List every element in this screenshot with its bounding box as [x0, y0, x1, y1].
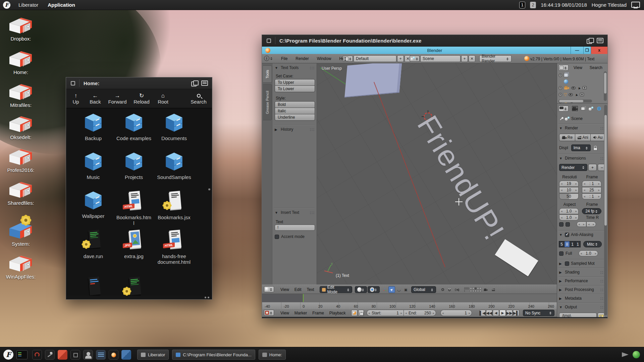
panel-collapse-arrow[interactable]: ▼ [275, 66, 279, 70]
scene-selector[interactable]: Scene [420, 55, 461, 62]
window-depth-icon[interactable] [587, 38, 593, 43]
viewport-3d[interactable]: User Persp FriendUP! y (1) Text [317, 63, 557, 285]
dock-icon-blender[interactable] [109, 350, 118, 360]
workspace-1-button[interactable]: 1 [519, 2, 525, 8]
outliner-view-menu[interactable]: View [572, 64, 584, 71]
editor-type-timeline-icon[interactable] [264, 310, 274, 316]
tab-render-layers[interactable] [579, 105, 587, 112]
search-button[interactable]: Search [188, 93, 209, 105]
scrollbar-dot[interactable] [208, 188, 210, 190]
outliner-horizontal-scrollbar[interactable] [558, 100, 592, 103]
output-path-field[interactable]: /tmp\ [559, 313, 597, 317]
desktop-icon-profes2016[interactable]: Profes2016: [3, 148, 39, 173]
frame-start-field[interactable]: Start:1 [367, 310, 404, 316]
delete-scene-button[interactable]: ✕ [469, 55, 475, 62]
add-scene-button[interactable]: + [461, 55, 468, 62]
view-menu[interactable]: View [279, 286, 291, 293]
text-object-extrusion[interactable] [344, 63, 402, 98]
menu-liberator[interactable]: Liberator [14, 0, 43, 10]
text-object-friendup[interactable]: FriendUP! [411, 110, 512, 246]
friend-logo-icon[interactable]: F [3, 1, 10, 9]
tab-world-properties[interactable] [595, 105, 603, 112]
timeline-marker-menu[interactable]: Marker [293, 310, 309, 316]
dock-icon-document[interactable] [96, 350, 106, 360]
render-camera-icon[interactable] [482, 286, 489, 293]
file-music[interactable]: Music [73, 152, 113, 180]
blender-app-titlebar[interactable]: Blender — ❐ x [262, 47, 607, 54]
file-dave-run[interactable]: dave.run [73, 229, 113, 259]
tab-grease-pencil[interactable]: Grease Pencil [263, 84, 272, 120]
accent-mode-checkbox[interactable] [275, 235, 279, 239]
resolution-y-field[interactable]: 10 [559, 187, 579, 193]
add-preset-button[interactable]: + [588, 164, 597, 171]
jump-to-end-button[interactable]: ▶▌ [513, 310, 519, 316]
blender-window-titlebar[interactable]: C:\Program Files\Blender Foundation\Blen… [262, 35, 607, 47]
dock-icon-contacts[interactable] [83, 350, 93, 360]
sampled-motion-checkbox[interactable] [565, 261, 569, 266]
dock-icon-files[interactable] [121, 350, 131, 360]
expand-icon[interactable]: + [558, 86, 562, 90]
friend-menu-icon[interactable]: F [3, 350, 13, 360]
screen-layout-selector[interactable]: Default [354, 55, 396, 62]
manipulator-scale-button[interactable]: ▣ [402, 286, 409, 293]
snap-grid-icon[interactable] [463, 286, 469, 293]
dimensions-panel-header[interactable]: ▼Dimensions [559, 156, 605, 161]
root-button[interactable]: ⌂Root [153, 93, 173, 105]
outliner-row-camera[interactable]: + ▲ [558, 85, 587, 91]
manipulator-rotate-button[interactable]: ◡ [395, 286, 402, 293]
play-reverse-button[interactable]: ◀ [493, 310, 499, 316]
window-shade-icon[interactable] [201, 80, 208, 86]
snap-element-icon[interactable] [440, 286, 446, 293]
desktop-icon-winappfiles[interactable]: WinAppFiles: [3, 255, 39, 280]
tab-render-properties[interactable] [571, 105, 579, 112]
window-depth-icon[interactable] [191, 80, 198, 86]
full-sample-checkbox[interactable] [559, 251, 564, 256]
jump-next-key-button[interactable]: ▶▶ [506, 310, 513, 316]
render-engine-selector[interactable]: Blender Render [479, 55, 512, 62]
outliner-vertical-scrollbar[interactable] [604, 71, 607, 101]
shading-panel-header[interactable]: ▶Shading [559, 270, 605, 275]
audio-button[interactable]: Au [590, 134, 605, 141]
insert-text-input[interactable]: ! [275, 225, 315, 231]
sampled-motion-panel-header[interactable]: ▶Sampled Mot [559, 261, 605, 266]
timeline-playback-menu[interactable]: Playback [328, 310, 347, 316]
visibility-eye-icon[interactable] [571, 86, 576, 89]
reload-button[interactable]: ↻Reload [130, 93, 153, 105]
panel-collapse-arrow[interactable]: ▶ [275, 128, 279, 131]
output-panel-header[interactable]: ▼Output [559, 305, 605, 309]
send-icon[interactable] [622, 352, 629, 357]
lock-button[interactable] [358, 310, 364, 316]
window-shade-icon[interactable] [597, 38, 603, 43]
jump-to-start-button[interactable]: ▌◀ [479, 310, 486, 316]
animation-button[interactable]: Ani [575, 134, 591, 141]
pivot-selector[interactable] [368, 286, 380, 293]
outliner-search-menu[interactable]: Search [588, 64, 604, 71]
expand-icon[interactable]: + [558, 93, 562, 97]
dock-icon-dial[interactable] [32, 350, 42, 360]
screen-layout-icon[interactable] [343, 56, 353, 62]
close-button[interactable]: x [591, 47, 607, 54]
metadata-panel-header[interactable]: ▶Metadata [559, 296, 605, 301]
terminal-icon[interactable] [16, 350, 28, 359]
aa-samples-5[interactable]: 5 [559, 241, 565, 247]
timeline-view-menu[interactable]: View [279, 310, 291, 316]
frame-end-field[interactable]: 25 [582, 187, 601, 193]
sync-mode-selector[interactable]: No Sync [523, 310, 554, 316]
manipulator-translate-button[interactable]: ➤ [388, 286, 395, 293]
window-resize-grip[interactable] [205, 297, 209, 298]
dock-icon-app[interactable] [70, 350, 80, 360]
to-lower-button[interactable]: To Lower [275, 85, 315, 92]
frame-step-field[interactable]: : 1 [582, 193, 601, 199]
back-button[interactable]: ←Back [86, 93, 105, 105]
file-documents[interactable]: Documents [154, 113, 194, 141]
file-backup[interactable]: Backup [73, 113, 113, 141]
pin-icon[interactable] [559, 116, 563, 121]
file-extra-jpg[interactable]: JPG extra.jpg [114, 229, 154, 259]
desktop-icon-oksedelt[interactable]: Oksedelt: [3, 115, 39, 140]
aa-samples-16[interactable]: 1 [575, 241, 581, 247]
dock-icon-box[interactable] [58, 350, 67, 360]
tab-scene-properties[interactable] [587, 105, 595, 112]
visibility-eye-icon[interactable] [569, 93, 573, 96]
menu-file[interactable]: File [279, 55, 289, 62]
display-icon[interactable] [631, 2, 639, 8]
